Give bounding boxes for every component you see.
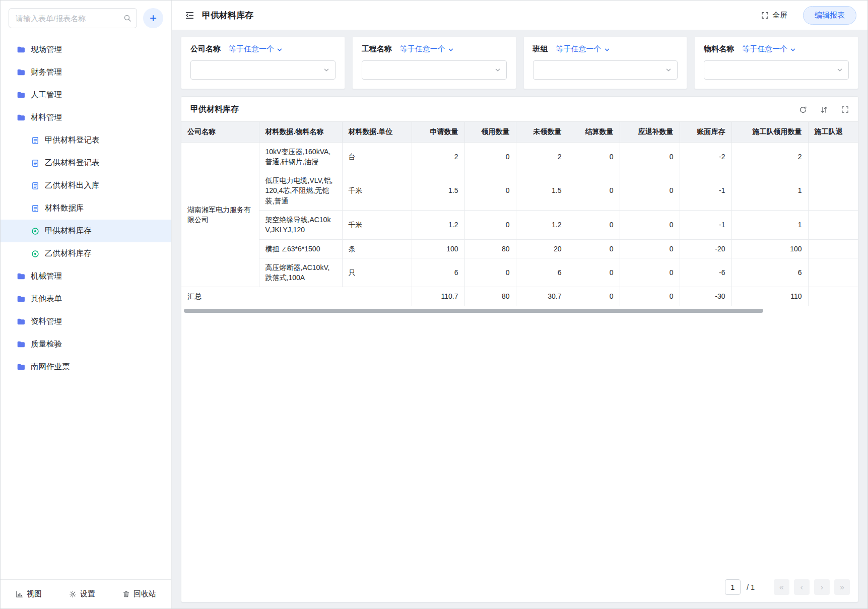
value-cell bbox=[808, 171, 858, 211]
sidebar-item[interactable]: 其他表单 bbox=[1, 288, 171, 310]
header-row: 公司名称材料数据.物料名称材料数据.单位申请数量领用数量未领数量结算数量应退补数… bbox=[181, 122, 858, 142]
search-input[interactable] bbox=[9, 8, 137, 28]
value-cell: 0 bbox=[620, 210, 680, 239]
fullscreen-button[interactable]: 全屏 bbox=[761, 11, 787, 20]
sidebar-item[interactable]: 质量检验 bbox=[1, 333, 171, 356]
filter-operator-dropdown[interactable]: 等于任意一个 bbox=[400, 44, 454, 54]
value-cell: -1 bbox=[680, 171, 731, 211]
summary-value-cell: 30.7 bbox=[516, 287, 568, 306]
report-tools bbox=[799, 106, 849, 114]
pagination: 1 / 1 « ‹ › » bbox=[181, 579, 858, 602]
value-cell: 2 bbox=[412, 142, 464, 171]
filter-operator-dropdown[interactable]: 等于任意一个 bbox=[742, 44, 796, 54]
sidebar: + 现场管理财务管理人工管理材料管理甲供材料登记表乙供材料登记表乙供材料出入库材… bbox=[1, 1, 172, 608]
form-icon bbox=[31, 136, 39, 145]
filter-operator-dropdown[interactable]: 等于任意一个 bbox=[229, 44, 283, 54]
horizontal-scrollbar bbox=[183, 308, 856, 313]
report-icon bbox=[31, 227, 39, 235]
material-cell: 10kV变压器,160kVA,普通,硅钢片,油浸 bbox=[259, 142, 342, 171]
sidebar-item[interactable]: 材料数据库 bbox=[1, 197, 171, 220]
sidebar-item-label: 质量检验 bbox=[31, 339, 62, 350]
value-cell: 1.5 bbox=[516, 171, 568, 211]
summary-value-cell: 0 bbox=[568, 287, 620, 306]
sidebar-footer-item[interactable]: 设置 bbox=[69, 589, 95, 599]
prev-page-button[interactable]: ‹ bbox=[794, 579, 810, 595]
sidebar-item[interactable]: 甲供材料库存 bbox=[1, 220, 171, 242]
filter-label: 公司名称 bbox=[190, 44, 221, 54]
value-cell: 1.5 bbox=[412, 171, 464, 211]
sidebar-item[interactable]: 乙供材料出入库 bbox=[1, 174, 171, 197]
material-cell: 横担 ∠63*6*1500 bbox=[259, 239, 342, 258]
report-header: 甲供材料库存 bbox=[181, 97, 858, 121]
folder-icon bbox=[17, 317, 25, 326]
gear-icon bbox=[69, 590, 77, 598]
sort-icon[interactable] bbox=[820, 106, 828, 114]
collapse-sidebar-icon[interactable] bbox=[185, 11, 194, 20]
value-cell: 6 bbox=[412, 258, 464, 287]
sidebar-item[interactable]: 资料管理 bbox=[1, 310, 171, 333]
column-header: 公司名称 bbox=[181, 122, 259, 142]
sidebar-item[interactable]: 材料管理 bbox=[1, 106, 171, 129]
value-cell: 1 bbox=[731, 171, 808, 211]
sidebar-item-label: 南网作业票 bbox=[31, 362, 70, 372]
column-header: 结算数量 bbox=[568, 122, 620, 142]
folder-icon bbox=[17, 363, 25, 371]
form-icon bbox=[31, 204, 39, 213]
value-cell: 100 bbox=[731, 239, 808, 258]
filter-value-select[interactable] bbox=[190, 60, 336, 80]
sidebar-item[interactable]: 机械管理 bbox=[1, 265, 171, 288]
unit-cell: 千米 bbox=[342, 171, 412, 211]
value-cell: 0 bbox=[568, 171, 620, 211]
value-cell: -20 bbox=[680, 239, 731, 258]
expand-icon[interactable] bbox=[841, 106, 849, 113]
table-row: 横担 ∠63*6*1500条100802000-20100 bbox=[181, 239, 858, 258]
value-cell: 0 bbox=[568, 210, 620, 239]
sidebar-item[interactable]: 甲供材料登记表 bbox=[1, 129, 171, 152]
current-page[interactable]: 1 bbox=[725, 579, 741, 595]
last-page-button[interactable]: » bbox=[834, 579, 850, 595]
value-cell: 0 bbox=[464, 142, 516, 171]
value-cell: 0 bbox=[620, 258, 680, 287]
chart-icon bbox=[16, 590, 23, 598]
filter-card: 班组等于任意一个 bbox=[523, 36, 688, 89]
scrollbar-thumb[interactable] bbox=[184, 309, 763, 313]
sidebar-item[interactable]: 南网作业票 bbox=[1, 356, 171, 378]
value-cell: 100 bbox=[412, 239, 464, 258]
column-header: 账面库存 bbox=[680, 122, 731, 142]
folder-icon bbox=[17, 340, 25, 349]
filter-label: 工程名称 bbox=[362, 44, 392, 54]
sidebar-item[interactable]: 乙供材料库存 bbox=[1, 242, 171, 265]
sidebar-item[interactable]: 现场管理 bbox=[1, 38, 171, 61]
value-cell: 6 bbox=[516, 258, 568, 287]
page-title: 甲供材料库存 bbox=[202, 10, 253, 21]
value-cell bbox=[808, 258, 858, 287]
filter-operator-dropdown[interactable]: 等于任意一个 bbox=[556, 44, 610, 54]
value-cell: 1.2 bbox=[412, 210, 464, 239]
report-title: 甲供材料库存 bbox=[190, 104, 799, 115]
refresh-icon[interactable] bbox=[799, 106, 807, 114]
sidebar-item-label: 材料管理 bbox=[31, 112, 62, 123]
value-cell: 0 bbox=[620, 239, 680, 258]
filter-value-select[interactable] bbox=[533, 60, 678, 80]
sidebar-item[interactable]: 乙供材料登记表 bbox=[1, 152, 171, 174]
column-header: 材料数据.物料名称 bbox=[259, 122, 342, 142]
footer-item-label: 回收站 bbox=[133, 589, 156, 599]
next-page-button[interactable]: › bbox=[814, 579, 830, 595]
value-cell: 0 bbox=[464, 171, 516, 211]
folder-icon bbox=[17, 45, 25, 54]
filter-value-select[interactable] bbox=[362, 60, 507, 80]
first-page-button[interactable]: « bbox=[774, 579, 789, 595]
sidebar-item[interactable]: 财务管理 bbox=[1, 61, 171, 84]
sidebar-item-label: 财务管理 bbox=[31, 67, 62, 78]
value-cell: -2 bbox=[680, 142, 731, 171]
add-form-button[interactable]: + bbox=[143, 8, 163, 28]
edit-report-button[interactable]: 编辑报表 bbox=[803, 6, 856, 25]
sidebar-footer-item[interactable]: 回收站 bbox=[122, 589, 156, 599]
summary-value-cell: 0 bbox=[620, 287, 680, 306]
sidebar-footer-item[interactable]: 视图 bbox=[16, 589, 42, 599]
value-cell: 0 bbox=[464, 258, 516, 287]
table-row: 高压熔断器,AC10kV,跌落式,100A只60600-66 bbox=[181, 258, 858, 287]
filter-value-select[interactable] bbox=[704, 60, 849, 80]
sidebar-item-label: 乙供材料出入库 bbox=[45, 180, 100, 191]
sidebar-item[interactable]: 人工管理 bbox=[1, 84, 171, 106]
